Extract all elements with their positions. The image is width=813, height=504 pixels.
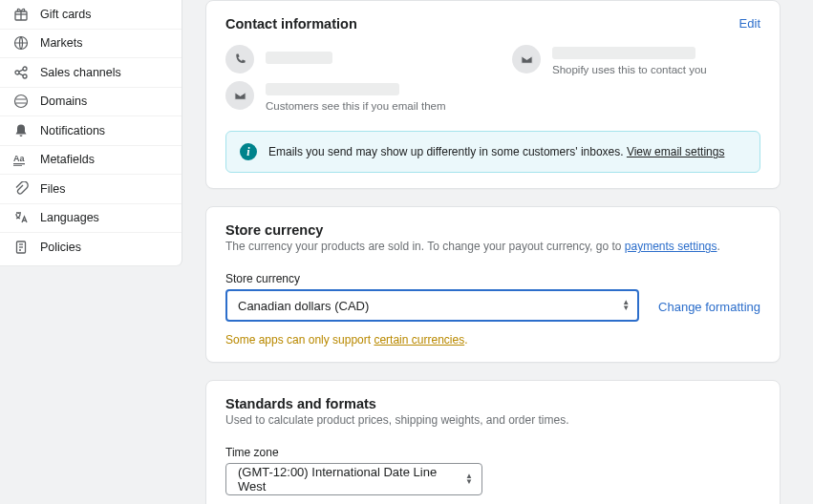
shopify-email-note: Shopify uses this to contact you [552, 64, 760, 75]
customer-email-note: Customers see this if you email them [266, 100, 474, 112]
sidebar-item-notifications[interactable]: Notifications [0, 116, 182, 146]
standards-card: Standards and formats Used to calculate … [205, 380, 781, 504]
settings-sidebar: Gift cards Markets Sales channels Domain… [0, 0, 182, 265]
phone-icon [225, 45, 254, 74]
contact-info-title: Contact information [225, 16, 357, 32]
svg-text:Aa: Aa [13, 154, 25, 163]
sidebar-label: Languages [40, 211, 99, 224]
currency-select-value: Canadian dollars (CAD) [225, 289, 639, 322]
certain-currencies-link[interactable]: certain currencies [374, 333, 464, 346]
phone-row [225, 45, 474, 74]
sidebar-item-sales-channels[interactable]: Sales channels [0, 58, 182, 88]
svg-point-4 [15, 71, 19, 74]
shopify-email-row: Shopify uses this to contact you [512, 45, 760, 75]
email-icon [512, 45, 541, 74]
phone-placeholder [266, 52, 332, 64]
store-currency-card: Store currency The currency your product… [205, 206, 781, 363]
customer-email-row: Customers see this if you email them [225, 81, 474, 112]
svg-point-5 [23, 67, 27, 71]
sidebar-label: Sales channels [40, 66, 121, 79]
payments-settings-link[interactable]: payments settings [625, 240, 717, 253]
currency-subtitle: The currency your products are sold in. … [225, 240, 760, 253]
currency-select[interactable]: Canadian dollars (CAD) ▲▼ [225, 289, 639, 322]
contact-info-card: Contact information Edit [205, 0, 781, 189]
svg-point-9 [15, 95, 28, 108]
customer-email-placeholder [266, 83, 399, 95]
timezone-value: (GMT-12:00) International Date Line West [225, 463, 482, 495]
svg-point-6 [23, 74, 27, 78]
timezone-label: Time zone [225, 446, 760, 459]
bell-icon [13, 123, 29, 138]
edit-contact-link[interactable]: Edit [739, 16, 760, 31]
svg-rect-12 [13, 165, 22, 166]
share-icon [13, 65, 29, 80]
banner-text: Emails you send may show up differently … [268, 145, 724, 158]
sidebar-item-files[interactable]: Files [0, 175, 182, 204]
currency-label: Store currency [225, 272, 639, 285]
change-formatting-link[interactable]: Change formatting [658, 300, 760, 314]
sidebar-label: Domains [40, 94, 87, 108]
standards-subtitle: Used to calculate product prices, shippi… [225, 413, 760, 427]
sidebar-item-languages[interactable]: Languages [0, 204, 182, 234]
sidebar-label: Gift cards [40, 8, 92, 21]
settings-main: Contact information Edit [182, 0, 813, 504]
sidebar-item-policies[interactable]: Policies [0, 233, 182, 262]
svg-line-8 [19, 74, 24, 75]
sidebar-item-markets[interactable]: Markets [0, 30, 182, 59]
email-icon [225, 81, 254, 110]
shopify-email-placeholder [552, 47, 695, 59]
paperclip-icon [13, 181, 29, 197]
timezone-select[interactable]: (GMT-12:00) International Date Line West… [225, 463, 482, 495]
standards-title: Standards and formats [225, 396, 760, 411]
email-info-banner: i Emails you send may show up differentl… [225, 131, 760, 173]
languages-icon [13, 210, 29, 225]
globe-icon [13, 35, 29, 51]
svg-rect-11 [13, 163, 25, 164]
info-icon: i [240, 143, 257, 160]
policies-icon [13, 240, 29, 255]
sidebar-label: Notifications [40, 124, 105, 137]
metafields-icon: Aa [13, 152, 29, 167]
svg-line-7 [19, 70, 24, 72]
sidebar-label: Metafields [40, 153, 95, 166]
sidebar-label: Policies [40, 241, 81, 254]
sidebar-label: Files [40, 182, 65, 196]
sidebar-item-domains[interactable]: Domains [0, 88, 182, 117]
gift-icon [13, 7, 29, 22]
sidebar-label: Markets [40, 36, 82, 50]
currency-title: Store currency [225, 222, 760, 238]
currency-warning: Some apps can only support certain curre… [225, 333, 760, 346]
sidebar-item-gift-cards[interactable]: Gift cards [0, 0, 182, 30]
sidebar-item-metafields[interactable]: Aa Metafields [0, 146, 182, 176]
domains-icon [13, 94, 29, 109]
view-email-settings-link[interactable]: View email settings [627, 145, 725, 158]
